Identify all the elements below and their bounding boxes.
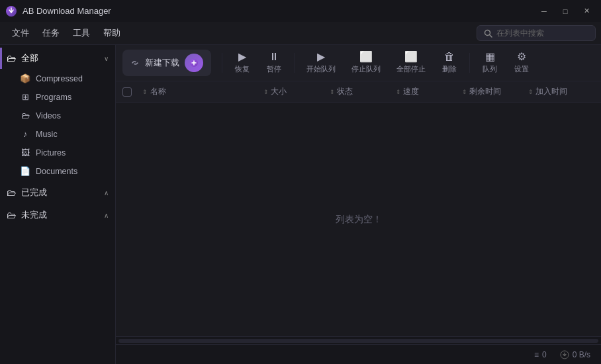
sidebar-all-children: 📦 Compressed ⊞ Programs 🗁 Videos ♪ Music… (0, 69, 115, 180)
folder-completed-icon: 🗁 (7, 187, 16, 198)
videos-icon: 🗁 (20, 111, 30, 120)
stop-all-label: 全部停止 (396, 64, 426, 74)
status-sort-icon: ⇕ (330, 89, 335, 95)
size-sort-icon: ⇕ (263, 89, 269, 95)
sidebar-item-compressed[interactable]: 📦 Compressed (13, 69, 113, 87)
compressed-icon: 📦 (20, 73, 30, 83)
header-status-col[interactable]: ⇕ 状态 (330, 86, 396, 97)
stop-queue-icon: ⬜ (359, 52, 373, 62)
name-sort-icon: ⇕ (142, 89, 148, 95)
menu-file[interactable]: 文件 (5, 24, 36, 42)
downloads-list-icon: ≡ (534, 350, 539, 359)
app-title: AB Download Manager (23, 6, 535, 16)
toolbar-divider-1 (222, 53, 222, 73)
pictures-icon: 🖼 (20, 148, 30, 158)
select-all-checkbox[interactable] (122, 87, 132, 97)
empty-message: 列表为空！ (336, 214, 382, 226)
resume-icon: ▶ (238, 52, 246, 62)
added-sort-icon: ⇕ (528, 89, 533, 95)
start-queue-label: 开始队列 (306, 64, 336, 74)
link-icon (130, 58, 140, 68)
downloads-count-item: ≡ 0 (534, 350, 547, 359)
scrollbar-track (118, 339, 598, 343)
new-download-button[interactable]: 新建下载 (122, 50, 211, 76)
header-checkbox-col (122, 87, 142, 97)
documents-icon: 📄 (20, 166, 30, 176)
speed-sort-icon: ⇕ (396, 89, 401, 95)
app-logo (5, 5, 17, 17)
minimize-button[interactable]: ─ (535, 4, 553, 19)
col-size-label: 大小 (271, 86, 287, 97)
table-header: ⇕ 名称 ⇕ 大小 ⇕ 状态 ⇕ 速度 ⇕ 剩余时间 ⇕ 加入时间 (116, 81, 601, 103)
sidebar-programs-label: Programs (36, 93, 71, 102)
queue-icon: ▦ (485, 52, 495, 62)
new-download-label: 新建下载 (145, 57, 179, 69)
start-queue-button[interactable]: ▶ 开始队列 (300, 48, 342, 77)
col-name-label: 名称 (150, 86, 166, 97)
sidebar-item-incomplete[interactable]: 🗁 未完成 ∧ (0, 205, 115, 226)
menu-tools[interactable]: 工具 (66, 24, 97, 42)
music-icon: ♪ (20, 129, 30, 139)
speed-item: 0 B/s (560, 350, 590, 359)
sidebar-item-music[interactable]: ♪ Music (13, 125, 113, 143)
maximize-button[interactable]: □ (556, 4, 575, 19)
sidebar-item-programs[interactable]: ⊞ Programs (13, 88, 113, 106)
header-name-col[interactable]: ⇕ 名称 (142, 86, 263, 97)
sidebar-section-incomplete: 🗁 未完成 ∧ (0, 205, 115, 226)
search-box[interactable] (477, 25, 596, 41)
queue-button[interactable]: ▦ 队列 (475, 48, 504, 77)
sidebar: 🗁 全部 ∨ 📦 Compressed ⊞ Programs 🗁 Videos (0, 45, 116, 364)
sidebar-item-completed[interactable]: 🗁 已完成 ∧ (0, 182, 115, 203)
header-size-col[interactable]: ⇕ 大小 (263, 86, 330, 97)
col-speed-label: 速度 (403, 86, 419, 97)
sidebar-all-label: 全部 (21, 52, 38, 64)
menu-help[interactable]: 帮助 (97, 24, 127, 42)
toolbar-divider-3 (469, 53, 470, 73)
header-remaining-col[interactable]: ⇕ 剩余时间 (462, 86, 528, 97)
col-remaining-label: 剩余时间 (469, 86, 501, 97)
main-layout: 🗁 全部 ∨ 📦 Compressed ⊞ Programs 🗁 Videos (0, 45, 601, 364)
delete-label: 删除 (442, 64, 457, 74)
horizontal-scrollbar[interactable] (116, 336, 601, 344)
sidebar-section-all: 🗁 全部 ∨ 📦 Compressed ⊞ Programs 🗁 Videos (0, 48, 115, 181)
settings-button[interactable]: ⚙ 设置 (507, 48, 536, 77)
sidebar-item-pictures[interactable]: 🖼 Pictures (13, 144, 113, 161)
sidebar-item-all[interactable]: 🗁 全部 ∨ (0, 48, 115, 69)
menu-bar: 文件 任务 工具 帮助 (0, 22, 601, 45)
folder-icon: 🗁 (7, 53, 16, 64)
resume-button[interactable]: ▶ 恢复 (228, 48, 257, 77)
delete-icon: 🗑 (444, 52, 455, 62)
queue-label: 队列 (483, 64, 497, 74)
resume-label: 恢复 (235, 64, 250, 74)
sidebar-item-videos[interactable]: 🗁 Videos (13, 107, 113, 124)
search-input[interactable] (496, 28, 588, 38)
pause-button[interactable]: ⏸ 暂停 (259, 48, 289, 77)
sidebar-incomplete-label: 未完成 (21, 209, 47, 221)
menu-task[interactable]: 任务 (36, 24, 66, 42)
header-added-col[interactable]: ⇕ 加入时间 (528, 86, 594, 97)
sidebar-documents-label: Documents (36, 167, 77, 176)
download-speed-icon (560, 350, 569, 359)
download-speed-value: 0 B/s (573, 350, 590, 359)
settings-icon: ⚙ (517, 52, 526, 62)
table-body: 列表为空！ (116, 103, 601, 336)
delete-button[interactable]: 🗑 删除 (435, 48, 464, 77)
start-queue-icon: ▶ (317, 52, 325, 62)
sidebar-music-label: Music (36, 130, 58, 139)
col-status-label: 状态 (337, 86, 353, 97)
new-download-icon-circle (185, 54, 203, 72)
stop-all-button[interactable]: ⬜ 全部停止 (390, 48, 432, 77)
close-button[interactable]: ✕ (577, 4, 596, 19)
sidebar-videos-label: Videos (36, 111, 61, 120)
stop-queue-button[interactable]: ⬜ 停止队列 (345, 48, 387, 77)
stop-queue-label: 停止队列 (351, 64, 381, 74)
col-added-label: 加入时间 (535, 86, 567, 97)
sidebar-item-documents[interactable]: 📄 Documents (13, 162, 113, 180)
window-controls: ─ □ ✕ (535, 4, 596, 19)
pause-icon: ⏸ (269, 52, 279, 62)
header-speed-col[interactable]: ⇕ 速度 (396, 86, 462, 97)
chevron-completed-icon: ∧ (104, 189, 109, 197)
status-bar: ≡ 0 0 B/s (116, 344, 601, 364)
settings-label: 设置 (514, 64, 529, 74)
programs-icon: ⊞ (20, 92, 30, 102)
